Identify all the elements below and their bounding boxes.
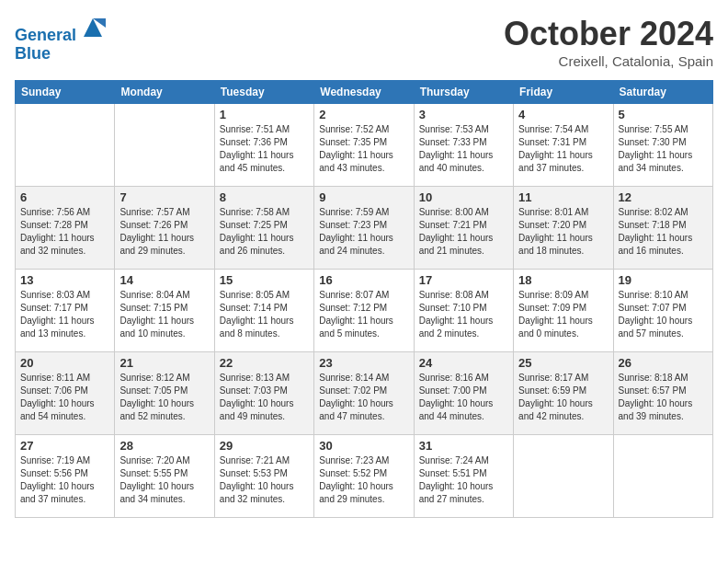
day-number: 16 bbox=[319, 273, 408, 287]
logo-text: General bbox=[15, 15, 106, 45]
day-number: 13 bbox=[20, 273, 109, 287]
calendar-cell: 18Sunrise: 8:09 AM Sunset: 7:09 PM Dayli… bbox=[514, 270, 613, 352]
calendar-cell: 5Sunrise: 7:55 AM Sunset: 7:30 PM Daylig… bbox=[613, 104, 712, 187]
calendar-cell: 14Sunrise: 8:04 AM Sunset: 7:15 PM Dayli… bbox=[115, 270, 214, 352]
calendar-cell: 20Sunrise: 8:11 AM Sunset: 7:06 PM Dayli… bbox=[16, 352, 115, 435]
calendar-cell: 4Sunrise: 7:54 AM Sunset: 7:31 PM Daylig… bbox=[514, 104, 613, 187]
day-header: Friday bbox=[514, 81, 613, 104]
day-info: Sunrise: 7:56 AM Sunset: 7:28 PM Dayligh… bbox=[20, 206, 109, 258]
day-number: 5 bbox=[619, 108, 708, 121]
day-number: 27 bbox=[20, 439, 109, 453]
calendar-cell: 23Sunrise: 8:14 AM Sunset: 7:02 PM Dayli… bbox=[314, 352, 414, 435]
calendar-cell: 10Sunrise: 8:00 AM Sunset: 7:21 PM Dayli… bbox=[414, 187, 513, 270]
day-header: Saturday bbox=[613, 81, 712, 104]
day-number: 1 bbox=[220, 108, 309, 121]
day-info: Sunrise: 8:07 AM Sunset: 7:12 PM Dayligh… bbox=[319, 289, 408, 340]
day-number: 12 bbox=[619, 190, 708, 204]
day-info: Sunrise: 7:19 AM Sunset: 5:56 PM Dayligh… bbox=[20, 454, 109, 506]
calendar-table: SundayMondayTuesdayWednesdayThursdayFrid… bbox=[15, 80, 713, 518]
day-number: 25 bbox=[518, 356, 608, 370]
day-info: Sunrise: 7:53 AM Sunset: 7:33 PM Dayligh… bbox=[419, 123, 508, 175]
day-number: 17 bbox=[419, 273, 508, 287]
calendar-week-row: 27Sunrise: 7:19 AM Sunset: 5:56 PM Dayli… bbox=[16, 435, 713, 518]
calendar-cell: 30Sunrise: 7:23 AM Sunset: 5:52 PM Dayli… bbox=[314, 435, 414, 518]
day-info: Sunrise: 7:59 AM Sunset: 7:23 PM Dayligh… bbox=[319, 206, 408, 258]
day-info: Sunrise: 8:05 AM Sunset: 7:14 PM Dayligh… bbox=[220, 289, 309, 340]
calendar-cell: 3Sunrise: 7:53 AM Sunset: 7:33 PM Daylig… bbox=[414, 104, 513, 187]
day-info: Sunrise: 8:04 AM Sunset: 7:15 PM Dayligh… bbox=[119, 289, 209, 340]
day-info: Sunrise: 7:20 AM Sunset: 5:55 PM Dayligh… bbox=[119, 454, 209, 506]
calendar-cell: 31Sunrise: 7:24 AM Sunset: 5:51 PM Dayli… bbox=[414, 435, 513, 518]
day-number: 26 bbox=[619, 356, 708, 370]
day-number: 6 bbox=[20, 190, 109, 204]
day-info: Sunrise: 8:16 AM Sunset: 7:00 PM Dayligh… bbox=[419, 372, 508, 423]
calendar-cell: 7Sunrise: 7:57 AM Sunset: 7:26 PM Daylig… bbox=[115, 187, 214, 270]
day-number: 4 bbox=[518, 108, 608, 121]
day-number: 31 bbox=[419, 439, 508, 453]
calendar-cell: 11Sunrise: 8:01 AM Sunset: 7:20 PM Dayli… bbox=[514, 187, 613, 270]
day-info: Sunrise: 7:51 AM Sunset: 7:36 PM Dayligh… bbox=[220, 123, 309, 175]
day-number: 10 bbox=[419, 190, 508, 204]
calendar-cell: 28Sunrise: 7:20 AM Sunset: 5:55 PM Dayli… bbox=[115, 435, 214, 518]
day-number: 7 bbox=[119, 190, 209, 204]
day-number: 30 bbox=[319, 439, 408, 453]
day-info: Sunrise: 8:17 AM Sunset: 6:59 PM Dayligh… bbox=[518, 372, 608, 423]
title-block: October 2024 Creixell, Catalonia, Spain bbox=[504, 15, 713, 69]
calendar-week-row: 6Sunrise: 7:56 AM Sunset: 7:28 PM Daylig… bbox=[16, 187, 713, 270]
day-info: Sunrise: 7:54 AM Sunset: 7:31 PM Dayligh… bbox=[518, 123, 608, 175]
day-number: 18 bbox=[518, 273, 608, 287]
day-info: Sunrise: 8:03 AM Sunset: 7:17 PM Dayligh… bbox=[20, 289, 109, 340]
day-info: Sunrise: 7:52 AM Sunset: 7:35 PM Dayligh… bbox=[319, 123, 408, 175]
day-info: Sunrise: 7:23 AM Sunset: 5:52 PM Dayligh… bbox=[319, 454, 408, 506]
calendar-cell: 22Sunrise: 8:13 AM Sunset: 7:03 PM Dayli… bbox=[214, 352, 313, 435]
day-info: Sunrise: 8:00 AM Sunset: 7:21 PM Dayligh… bbox=[419, 206, 508, 258]
day-info: Sunrise: 8:09 AM Sunset: 7:09 PM Dayligh… bbox=[518, 289, 608, 340]
day-header: Thursday bbox=[414, 81, 513, 104]
calendar-week-row: 1Sunrise: 7:51 AM Sunset: 7:36 PM Daylig… bbox=[16, 104, 713, 187]
day-number: 23 bbox=[319, 356, 408, 370]
day-number: 8 bbox=[220, 190, 309, 204]
calendar-cell: 6Sunrise: 7:56 AM Sunset: 7:28 PM Daylig… bbox=[16, 187, 115, 270]
calendar-cell: 26Sunrise: 8:18 AM Sunset: 6:57 PM Dayli… bbox=[613, 352, 712, 435]
calendar-cell: 2Sunrise: 7:52 AM Sunset: 7:35 PM Daylig… bbox=[314, 104, 414, 187]
calendar-cell: 25Sunrise: 8:17 AM Sunset: 6:59 PM Dayli… bbox=[514, 352, 613, 435]
month-title: October 2024 bbox=[504, 15, 713, 53]
day-info: Sunrise: 7:57 AM Sunset: 7:26 PM Dayligh… bbox=[119, 206, 209, 258]
calendar-cell: 8Sunrise: 7:58 AM Sunset: 7:25 PM Daylig… bbox=[214, 187, 313, 270]
calendar-cell: 13Sunrise: 8:03 AM Sunset: 7:17 PM Dayli… bbox=[16, 270, 115, 352]
day-number: 11 bbox=[518, 190, 608, 204]
day-info: Sunrise: 8:08 AM Sunset: 7:10 PM Dayligh… bbox=[419, 289, 508, 340]
calendar-cell bbox=[514, 435, 613, 518]
calendar-cell: 27Sunrise: 7:19 AM Sunset: 5:56 PM Dayli… bbox=[16, 435, 115, 518]
calendar-cell: 29Sunrise: 7:21 AM Sunset: 5:53 PM Dayli… bbox=[214, 435, 313, 518]
calendar-cell bbox=[613, 435, 712, 518]
day-number: 19 bbox=[619, 273, 708, 287]
day-info: Sunrise: 7:55 AM Sunset: 7:30 PM Dayligh… bbox=[619, 123, 708, 175]
day-number: 14 bbox=[119, 273, 209, 287]
logo-blue: Blue bbox=[15, 45, 106, 63]
day-info: Sunrise: 8:11 AM Sunset: 7:06 PM Dayligh… bbox=[20, 372, 109, 423]
calendar-cell: 12Sunrise: 8:02 AM Sunset: 7:18 PM Dayli… bbox=[613, 187, 712, 270]
calendar-cell: 15Sunrise: 8:05 AM Sunset: 7:14 PM Dayli… bbox=[214, 270, 313, 352]
calendar-week-row: 13Sunrise: 8:03 AM Sunset: 7:17 PM Dayli… bbox=[16, 270, 713, 352]
calendar-cell bbox=[16, 104, 115, 187]
day-number: 29 bbox=[220, 439, 309, 453]
day-number: 22 bbox=[220, 356, 309, 370]
calendar-body: 1Sunrise: 7:51 AM Sunset: 7:36 PM Daylig… bbox=[16, 104, 713, 518]
day-header: Tuesday bbox=[214, 81, 313, 104]
calendar-cell: 16Sunrise: 8:07 AM Sunset: 7:12 PM Dayli… bbox=[314, 270, 414, 352]
day-header: Wednesday bbox=[314, 81, 414, 104]
day-info: Sunrise: 8:02 AM Sunset: 7:18 PM Dayligh… bbox=[619, 206, 708, 258]
page-header: General Blue October 2024 Creixell, Cata… bbox=[15, 15, 713, 69]
logo: General Blue bbox=[15, 15, 106, 63]
calendar-cell: 9Sunrise: 7:59 AM Sunset: 7:23 PM Daylig… bbox=[314, 187, 414, 270]
calendar-cell: 1Sunrise: 7:51 AM Sunset: 7:36 PM Daylig… bbox=[214, 104, 313, 187]
location: Creixell, Catalonia, Spain bbox=[504, 53, 713, 69]
calendar-cell: 19Sunrise: 8:10 AM Sunset: 7:07 PM Dayli… bbox=[613, 270, 712, 352]
calendar-cell: 21Sunrise: 8:12 AM Sunset: 7:05 PM Dayli… bbox=[115, 352, 214, 435]
day-number: 20 bbox=[20, 356, 109, 370]
day-header: Monday bbox=[115, 81, 214, 104]
calendar-cell: 24Sunrise: 8:16 AM Sunset: 7:00 PM Dayli… bbox=[414, 352, 513, 435]
calendar-header-row: SundayMondayTuesdayWednesdayThursdayFrid… bbox=[16, 81, 713, 104]
day-info: Sunrise: 8:10 AM Sunset: 7:07 PM Dayligh… bbox=[619, 289, 708, 340]
